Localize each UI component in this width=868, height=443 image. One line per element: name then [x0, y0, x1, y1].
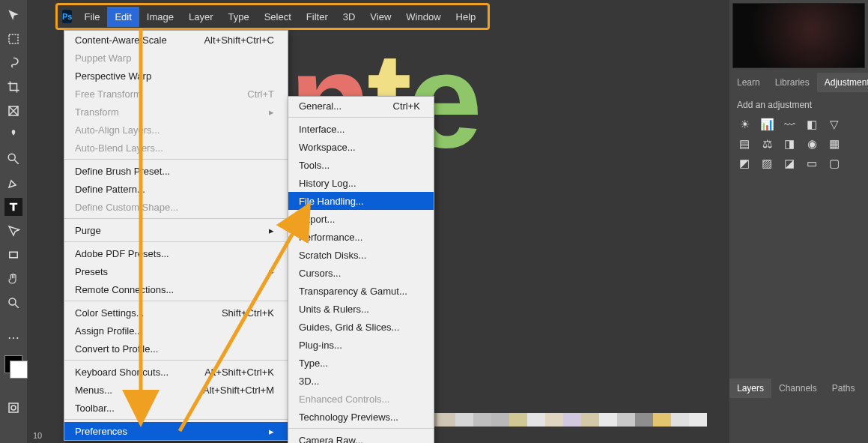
menuitem-enhanced-controls: Enhanced Controls...: [288, 390, 434, 408]
invert-icon[interactable]: ◩: [737, 157, 752, 170]
menu-view[interactable]: View: [362, 7, 398, 27]
panel-tabs-1: LearnLibrariesAdjustments: [729, 73, 868, 92]
menuitem-convert-to-profile[interactable]: Convert to Profile...: [64, 340, 288, 358]
menu-type[interactable]: Type: [221, 7, 257, 27]
menuitem-transparency-gamut[interactable]: Transparency & Gamut...: [288, 282, 434, 300]
menuitem-general[interactable]: General...Ctrl+K: [288, 97, 434, 115]
menuitem-performance[interactable]: Performance...: [288, 228, 434, 246]
menu-3d[interactable]: 3D: [336, 7, 363, 27]
navigator-preview[interactable]: [732, 3, 865, 68]
zoom-tool-icon[interactable]: [4, 294, 22, 312]
tab-adjustments[interactable]: Adjustments: [817, 73, 868, 92]
menuitem-tools[interactable]: Tools...: [288, 156, 434, 174]
tab-paths[interactable]: Paths: [825, 379, 863, 398]
balance-icon[interactable]: ⚖: [759, 137, 774, 151]
swatch: [509, 413, 527, 427]
menuitem-file-handling[interactable]: File Handling...: [288, 192, 434, 210]
menuitem-adobe-pdf-presets[interactable]: Adobe PDF Presets...: [64, 244, 288, 262]
menuitem-3d[interactable]: 3D...: [288, 372, 434, 390]
menuitem-export[interactable]: Export...: [288, 210, 434, 228]
menuitem-type[interactable]: Type...: [288, 354, 434, 372]
menuitem-technology-previews[interactable]: Technology Previews...: [288, 408, 434, 426]
menubar-highlight: Ps FileEditImageLayerTypeSelectFilter3DV…: [55, 3, 490, 30]
eyedropper-tool-icon[interactable]: [4, 126, 22, 144]
menuitem-puppet-warp: Puppet Warp: [64, 49, 288, 67]
exposure-icon[interactable]: ◧: [804, 118, 819, 131]
right-panel: LearnLibrariesAdjustments Add an adjustm…: [729, 0, 868, 443]
menu-layer[interactable]: Layer: [181, 7, 221, 27]
levels-icon[interactable]: 📊: [759, 118, 774, 131]
doc-status: 10: [27, 428, 42, 443]
rect-tool-icon[interactable]: [4, 246, 22, 264]
swatch: [473, 413, 491, 427]
sel-color-icon[interactable]: ▢: [827, 157, 842, 170]
photo-filter-icon[interactable]: ◉: [804, 137, 819, 151]
type-tool-icon[interactable]: [4, 198, 22, 216]
menuitem-interface[interactable]: Interface...: [288, 120, 434, 138]
move-tool-icon[interactable]: [4, 6, 22, 24]
tab-libraries[interactable]: Libraries: [768, 73, 817, 92]
swatch: [617, 413, 635, 427]
curves-icon[interactable]: 〰: [782, 118, 797, 131]
menuitem-perspective-warp[interactable]: Perspective Warp: [64, 67, 288, 85]
menuitem-plug-ins[interactable]: Plug-ins...: [288, 336, 434, 354]
menu-image[interactable]: Image: [139, 7, 181, 27]
menuitem-toolbar[interactable]: Toolbar...: [64, 399, 288, 417]
menuitem-scratch-disks[interactable]: Scratch Disks...: [288, 246, 434, 264]
menuitem-cursors[interactable]: Cursors...: [288, 264, 434, 282]
mixer-icon[interactable]: ▦: [827, 137, 842, 151]
hand-tool-icon[interactable]: [4, 270, 22, 288]
menuitem-history-log[interactable]: History Log...: [288, 174, 434, 192]
menu-file[interactable]: File: [76, 7, 107, 27]
bw-icon[interactable]: ◨: [782, 137, 797, 151]
lasso-tool-icon[interactable]: [4, 54, 22, 72]
menu-edit[interactable]: Edit: [107, 7, 139, 27]
menuitem-guides-grid-slices[interactable]: Guides, Grid & Slices...: [288, 318, 434, 336]
poster-icon[interactable]: ▨: [759, 157, 774, 170]
vibrance-icon[interactable]: ▽: [827, 118, 842, 131]
menu-filter[interactable]: Filter: [299, 7, 336, 27]
gradmap-icon[interactable]: ▭: [804, 157, 819, 170]
menuitem-free-transform: Free TransformCtrl+T: [64, 85, 288, 103]
adjustment-icons-row3: ◩ ▨ ◪ ▭ ▢: [729, 154, 868, 173]
frame-tool-icon[interactable]: [4, 102, 22, 120]
menuitem-content-aware-scale[interactable]: Content-Aware ScaleAlt+Shift+Ctrl+C: [64, 31, 288, 49]
menuitem-camera-raw[interactable]: Camera Raw...: [288, 431, 434, 443]
menuitem-menus[interactable]: Menus...Alt+Shift+Ctrl+M: [64, 381, 288, 399]
tab-learn[interactable]: Learn: [729, 73, 768, 92]
crop-tool-icon[interactable]: [4, 78, 22, 96]
menuitem-purge[interactable]: Purge▸: [64, 221, 288, 239]
thresh-icon[interactable]: ◪: [782, 157, 797, 170]
quickmask-icon[interactable]: [4, 399, 22, 417]
menuitem-color-settings[interactable]: Color Settings...Shift+Ctrl+K: [64, 304, 288, 322]
hue-icon[interactable]: ▤: [737, 137, 752, 151]
menuitem-workspace[interactable]: Workspace...: [288, 138, 434, 156]
menuitem-assign-profile[interactable]: Assign Profile...: [64, 322, 288, 340]
menuitem-remote-connections[interactable]: Remote Connections...: [64, 280, 288, 298]
swatch: [581, 413, 599, 427]
menuitem-define-pattern[interactable]: Define Pattern...: [64, 180, 288, 198]
more-tool-icon[interactable]: ⋯: [4, 328, 22, 346]
marquee-tool-icon[interactable]: [4, 30, 22, 48]
menu-select[interactable]: Select: [257, 7, 299, 27]
menuitem-units-rulers[interactable]: Units & Rulers...: [288, 300, 434, 318]
brightness-icon[interactable]: ☀: [737, 118, 752, 131]
menuitem-preferences[interactable]: Preferences▸: [64, 422, 288, 440]
menu-help[interactable]: Help: [449, 7, 484, 27]
tab-channels[interactable]: Channels: [771, 379, 825, 398]
svg-rect-9: [9, 403, 18, 412]
menu-window[interactable]: Window: [398, 7, 448, 27]
pen-tool-icon[interactable]: [4, 174, 22, 192]
color-swatch[interactable]: [4, 355, 22, 373]
preferences-submenu: General...Ctrl+KInterface...Workspace...…: [288, 96, 434, 443]
menuitem-presets[interactable]: Presets▸: [64, 262, 288, 280]
svg-line-8: [15, 304, 19, 308]
tab-layers[interactable]: Layers: [729, 379, 771, 398]
wand-tool-icon[interactable]: [4, 150, 22, 168]
svg-rect-0: [9, 34, 18, 43]
menuitem-define-brush-preset[interactable]: Define Brush Preset...: [64, 162, 288, 180]
adjustment-icons-row2: ▤ ⚖ ◨ ◉ ▦: [729, 134, 868, 154]
path-tool-icon[interactable]: [4, 222, 22, 240]
menuitem-keyboard-shortcuts[interactable]: Keyboard Shortcuts...Alt+Shift+Ctrl+K: [64, 363, 288, 381]
swatch: [437, 413, 455, 427]
